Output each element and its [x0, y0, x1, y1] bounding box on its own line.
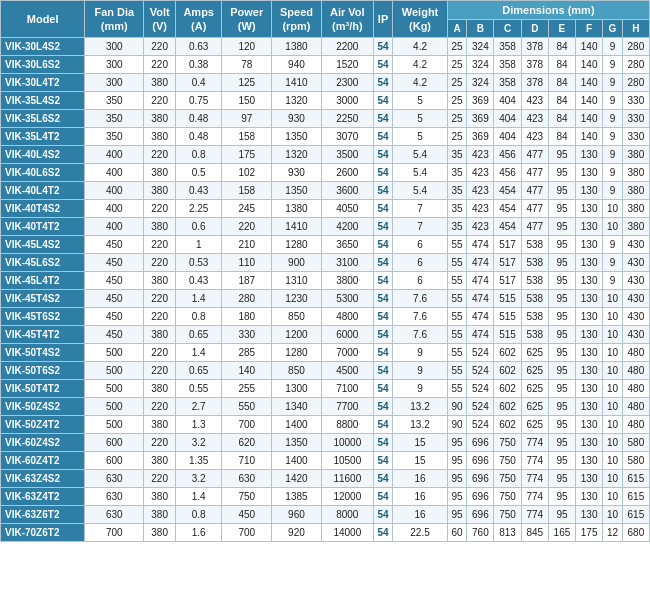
- data-cell: 187: [222, 272, 272, 290]
- data-cell: 474: [467, 308, 494, 326]
- data-cell: 358: [494, 56, 521, 74]
- data-cell: 630: [222, 470, 272, 488]
- data-cell: 10: [603, 398, 623, 416]
- data-cell: 380: [144, 110, 176, 128]
- data-cell: 175: [222, 146, 272, 164]
- data-cell: 9: [603, 146, 623, 164]
- data-cell: 130: [576, 344, 603, 362]
- data-cell: 477: [521, 146, 548, 164]
- table-row: VIK-35L6S23503800.4897930225054525369404…: [1, 110, 650, 128]
- model-cell: VIK-40L4T2: [1, 182, 85, 200]
- data-cell: 95: [548, 218, 575, 236]
- data-cell: 130: [576, 308, 603, 326]
- data-cell: 9: [603, 236, 623, 254]
- data-cell: 35: [447, 200, 467, 218]
- data-cell: 120: [222, 38, 272, 56]
- ip-cell: 54: [373, 218, 393, 236]
- table-row: VIK-40L4T24003800.4315813503600545.43542…: [1, 182, 650, 200]
- data-cell: 220: [144, 344, 176, 362]
- data-cell: 1230: [272, 290, 322, 308]
- data-cell: 35: [447, 164, 467, 182]
- data-cell: 380: [622, 200, 649, 218]
- data-cell: 210: [222, 236, 272, 254]
- data-cell: 930: [272, 164, 322, 182]
- data-cell: 130: [576, 272, 603, 290]
- dim-e-header: E: [548, 20, 575, 38]
- data-cell: 130: [576, 164, 603, 182]
- data-cell: 10: [603, 488, 623, 506]
- data-cell: 130: [576, 398, 603, 416]
- data-cell: 380: [144, 506, 176, 524]
- data-cell: 474: [467, 236, 494, 254]
- data-cell: 515: [494, 326, 521, 344]
- data-cell: 6: [393, 236, 448, 254]
- amps-header: Amps(A): [176, 1, 222, 38]
- data-cell: 1.4: [176, 488, 222, 506]
- table-row: VIK-60Z4S26002203.2620135010000541595696…: [1, 434, 650, 452]
- table-row: VIK-45T4T24503800.6533012006000547.65547…: [1, 326, 650, 344]
- data-cell: 477: [521, 182, 548, 200]
- data-cell: 95: [548, 344, 575, 362]
- speed-header: Speed(rpm): [272, 1, 322, 38]
- data-cell: 404: [494, 110, 521, 128]
- data-cell: 813: [494, 524, 521, 542]
- data-cell: 380: [144, 164, 176, 182]
- data-cell: 400: [85, 164, 144, 182]
- data-cell: 430: [622, 236, 649, 254]
- data-cell: 55: [447, 344, 467, 362]
- data-cell: 7.6: [393, 308, 448, 326]
- data-cell: 25: [447, 92, 467, 110]
- data-cell: 615: [622, 488, 649, 506]
- data-cell: 324: [467, 74, 494, 92]
- data-cell: 1200: [272, 326, 322, 344]
- ip-cell: 54: [373, 236, 393, 254]
- data-cell: 140: [222, 362, 272, 380]
- data-cell: 220: [144, 290, 176, 308]
- ip-cell: 54: [373, 398, 393, 416]
- data-cell: 220: [144, 236, 176, 254]
- data-cell: 920: [272, 524, 322, 542]
- data-cell: 456: [494, 164, 521, 182]
- data-cell: 84: [548, 128, 575, 146]
- data-cell: 9: [603, 254, 623, 272]
- data-cell: 358: [494, 74, 521, 92]
- airvol-header: Air Vol(m³/h): [321, 1, 373, 38]
- data-cell: 1385: [272, 488, 322, 506]
- data-cell: 95: [548, 416, 575, 434]
- model-cell: VIK-45L4S2: [1, 236, 85, 254]
- data-cell: 380: [144, 74, 176, 92]
- data-cell: 380: [144, 452, 176, 470]
- table-row: VIK-63Z4T26303801.4750138512000541695696…: [1, 488, 650, 506]
- data-cell: 330: [622, 110, 649, 128]
- data-cell: 380: [144, 524, 176, 542]
- model-cell: VIK-45T4S2: [1, 290, 85, 308]
- data-cell: 55: [447, 380, 467, 398]
- table-row: VIK-45L6S24502200.5311090031005465547451…: [1, 254, 650, 272]
- data-cell: 95: [548, 326, 575, 344]
- data-cell: 2.7: [176, 398, 222, 416]
- data-cell: 22.5: [393, 524, 448, 542]
- data-cell: 25: [447, 74, 467, 92]
- data-cell: 9: [393, 362, 448, 380]
- data-cell: 760: [467, 524, 494, 542]
- data-cell: 1320: [272, 92, 322, 110]
- data-cell: 850: [272, 308, 322, 326]
- data-cell: 696: [467, 434, 494, 452]
- data-cell: 10: [603, 200, 623, 218]
- data-cell: 517: [494, 272, 521, 290]
- data-cell: 0.6: [176, 218, 222, 236]
- data-cell: 285: [222, 344, 272, 362]
- data-cell: 350: [85, 110, 144, 128]
- data-cell: 350: [85, 128, 144, 146]
- data-cell: 125: [222, 74, 272, 92]
- data-cell: 7000: [321, 344, 373, 362]
- data-cell: 140: [576, 56, 603, 74]
- ip-cell: 54: [373, 146, 393, 164]
- data-cell: 1400: [272, 416, 322, 434]
- data-cell: 140: [576, 128, 603, 146]
- volt-header: Volt(V): [144, 1, 176, 38]
- data-cell: 5.4: [393, 164, 448, 182]
- data-cell: 774: [521, 452, 548, 470]
- model-cell: VIK-70Z6T2: [1, 524, 85, 542]
- data-cell: 14000: [321, 524, 373, 542]
